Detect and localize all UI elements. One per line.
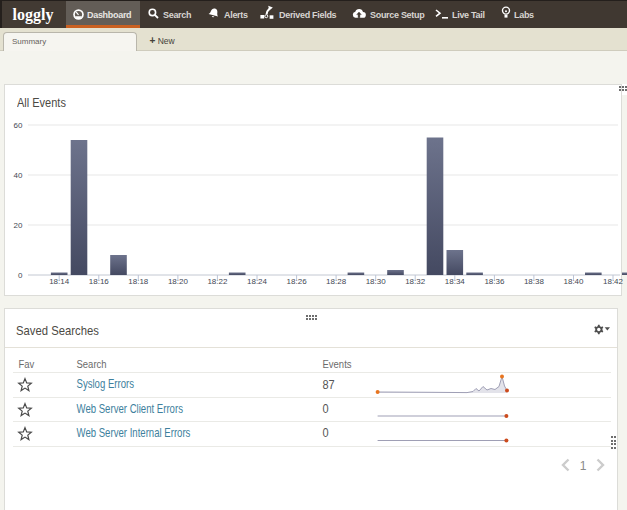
svg-text:1: 1 bbox=[580, 459, 587, 473]
svg-text:20: 20 bbox=[14, 221, 23, 230]
svg-text:0: 0 bbox=[18, 271, 23, 280]
svg-text:60: 60 bbox=[14, 121, 23, 130]
svg-text:40: 40 bbox=[14, 171, 23, 180]
